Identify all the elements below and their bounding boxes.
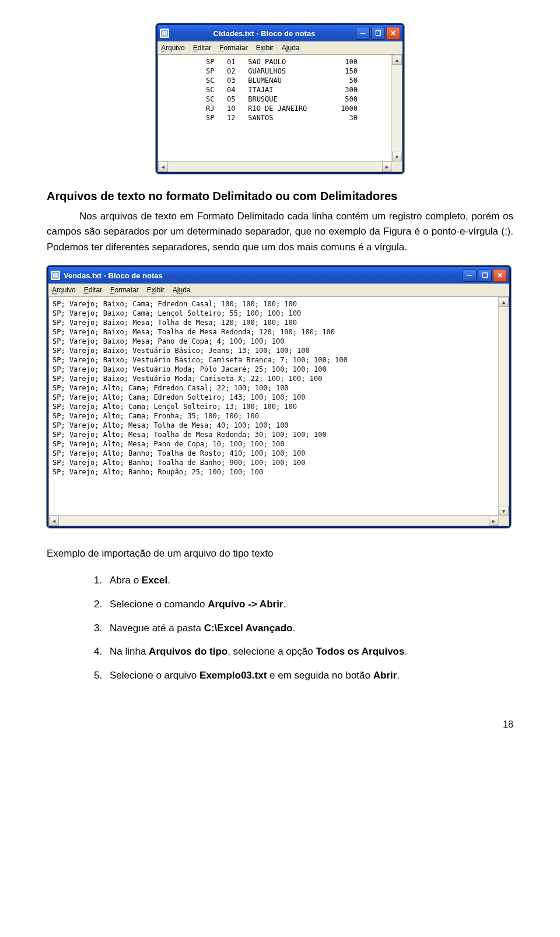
close-button[interactable]: ✕ — [493, 269, 507, 282]
menu-arquivo[interactable]: Arquivo — [161, 44, 185, 52]
list-item: Abra o Excel. — [105, 572, 513, 590]
maximize-button[interactable]: ☐ — [478, 269, 492, 282]
page-number: 18 — [47, 719, 513, 730]
list-item: Na linha Arquivos do tipo, selecione a o… — [105, 643, 513, 661]
titlebar[interactable]: Cidades.txt - Bloco de notas ─ ☐ ✕ — [158, 25, 402, 41]
minimize-button[interactable]: ─ — [356, 27, 370, 40]
notepad-window-vendas: Vendas.txt - Bloco de notas ─ ☐ ✕ Arquiv… — [47, 265, 511, 528]
svg-rect-0 — [162, 30, 167, 36]
window-title: Cidades.txt - Bloco de notas — [173, 29, 356, 38]
text-content: SP 01 SAO PAULO 100 SP 02 GUARULHOS 150 … — [162, 57, 402, 123]
menu-exibir[interactable]: Exibir — [256, 44, 274, 52]
resize-grip[interactable] — [391, 161, 402, 172]
list-item: Selecione o arquivo Exemplo03.txt e em s… — [105, 667, 513, 685]
text-area[interactable]: SP 01 SAO PAULO 100 SP 02 GUARULHOS 150 … — [158, 55, 402, 172]
list-item: Selecione o comando Arquivo -> Abrir. — [105, 596, 513, 614]
scroll-right-icon[interactable]: ▶ — [489, 516, 499, 526]
section-body-delimitado: Nos arquivos de texto em Formato Delimit… — [47, 209, 513, 255]
scroll-left-icon[interactable]: ◀ — [49, 516, 59, 526]
text-content: SP; Varejo; Baixo; Cama; Edredon Casal; … — [52, 299, 509, 477]
notepad-window-cidades: Cidades.txt - Bloco de notas ─ ☐ ✕ Arqui… — [156, 23, 404, 174]
scroll-up-icon[interactable]: ▲ — [499, 297, 509, 307]
titlebar[interactable]: Vendas.txt - Bloco de notas ─ ☐ ✕ — [48, 267, 509, 284]
list-item: Navegue até a pasta C:\Excel Avançado. — [105, 620, 513, 638]
section-heading-delimitado: Arquivos de texto no formato Delimitado … — [47, 190, 513, 203]
scroll-left-icon[interactable]: ◀ — [158, 162, 168, 172]
menubar[interactable]: Arquivo Editar Formatar Exibir Ajuda — [158, 41, 402, 55]
menu-exibir[interactable]: Exibir — [147, 286, 164, 294]
vertical-scrollbar[interactable]: ▲ ▼ — [498, 297, 509, 516]
scroll-down-icon[interactable]: ▼ — [392, 152, 402, 162]
menu-ajuda[interactable]: Ajuda — [282, 44, 300, 52]
close-button[interactable]: ✕ — [386, 27, 400, 40]
menu-ajuda[interactable]: Ajuda — [173, 286, 191, 294]
notepad-icon — [51, 271, 60, 280]
menu-editar[interactable]: Editar — [84, 286, 102, 294]
example-heading: Exemplo de importação de um arquivo do t… — [47, 546, 513, 561]
resize-grip[interactable] — [498, 515, 509, 526]
text-area[interactable]: SP; Varejo; Baixo; Cama; Edredon Casal; … — [48, 297, 509, 526]
menubar[interactable]: Arquivo Editar Formatar Exibir Ajuda — [48, 284, 509, 297]
scroll-up-icon[interactable]: ▲ — [392, 55, 402, 65]
minimize-button[interactable]: ─ — [463, 269, 477, 282]
vertical-scrollbar[interactable]: ▲ ▼ — [391, 55, 402, 162]
scroll-right-icon[interactable]: ▶ — [382, 162, 392, 172]
menu-arquivo[interactable]: Arquivo — [52, 286, 76, 294]
horizontal-scrollbar[interactable]: ◀ ▶ — [158, 161, 392, 172]
scroll-down-icon[interactable]: ▼ — [499, 506, 509, 516]
window-title: Vendas.txt - Bloco de notas — [64, 271, 463, 280]
steps-list: Abra o Excel.Selecione o comando Arquivo… — [47, 572, 513, 684]
maximize-button[interactable]: ☐ — [371, 27, 385, 40]
notepad-icon — [160, 29, 169, 38]
menu-formatar[interactable]: Formatar — [219, 44, 248, 52]
horizontal-scrollbar[interactable]: ◀ ▶ — [49, 515, 499, 526]
svg-rect-1 — [52, 272, 58, 278]
menu-formatar[interactable]: Formatar — [110, 286, 139, 294]
menu-editar[interactable]: Editar — [193, 44, 211, 52]
